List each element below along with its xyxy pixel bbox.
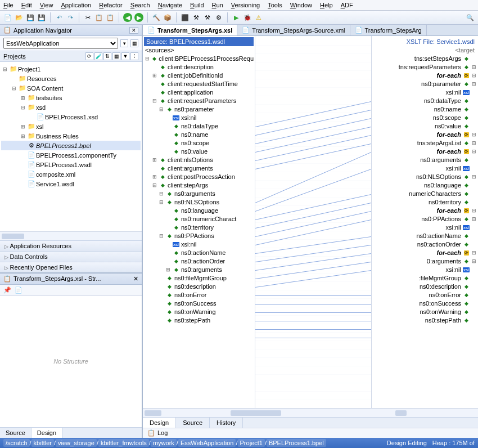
expander-icon[interactable]: ⊞ xyxy=(19,124,27,129)
target-node[interactable]: xsi:nilxsi xyxy=(373,265,477,274)
tree-node[interactable]: ⊟📁xsd xyxy=(1,102,141,112)
target-node[interactable]: xsi:nilxsi xyxy=(373,223,477,231)
navigator-close-icon[interactable]: ✕ xyxy=(129,27,138,34)
source-node[interactable]: ◆client:application xyxy=(144,88,254,96)
tree-node[interactable]: 📄BPELProcess1.xsd xyxy=(1,112,141,122)
tree-node[interactable]: ⊟📁Project1 xyxy=(1,64,141,74)
menu-run[interactable]: Run xyxy=(212,2,223,8)
target-node[interactable]: ns0:arguments◆ xyxy=(373,155,477,164)
source-node[interactable]: ◆ns0:stepPath xyxy=(144,316,254,324)
expander-icon[interactable]: ⊟ xyxy=(10,86,18,91)
sort-icon[interactable]: ⇅ xyxy=(103,52,111,60)
menu-icon[interactable]: ⋮ xyxy=(130,52,138,60)
target-node[interactable]: numericCharacters◆ xyxy=(373,189,477,198)
expander-icon[interactable]: ⊟ xyxy=(471,64,477,70)
expander-icon[interactable]: ⊟ xyxy=(159,191,164,196)
source-node[interactable]: ◆client:description xyxy=(144,62,254,71)
editor-hscroll[interactable] xyxy=(143,408,478,417)
expander-icon[interactable]: ⊟ xyxy=(19,105,27,110)
target-node[interactable]: tns:requestParameters◆⊟ xyxy=(373,62,477,71)
target-node[interactable]: xsi:nilxsi xyxy=(373,88,477,96)
source-node[interactable]: ⊞◆client:nlsOptions xyxy=(144,155,254,164)
source-node[interactable]: ⊞◆client:jobDefinitionId xyxy=(144,71,254,79)
editor-tab[interactable]: 📄Transform_StepsArgs.xsl xyxy=(143,25,237,35)
source-node[interactable]: ⊞◆ns0:arguments xyxy=(144,265,254,274)
expander-icon[interactable]: ⊟ xyxy=(471,174,477,180)
xslt-target-column[interactable]: XSLT File: Service1.wsdl <target tns:set… xyxy=(371,36,478,408)
tree-node[interactable]: ⊞📁xsl xyxy=(1,122,141,131)
target-node[interactable]: tns:stepArgsList◆⊟ xyxy=(373,138,477,147)
expander-icon[interactable]: ⊞ xyxy=(152,174,157,180)
tree-hscroll[interactable] xyxy=(0,231,142,240)
source-node[interactable]: ⊟◆ns0:parameter xyxy=(144,105,254,113)
target-node[interactable]: for-each⟳⊟ xyxy=(373,71,477,79)
expander-icon[interactable]: ⊞ xyxy=(19,133,27,139)
application-select[interactable]: EssWebApplication xyxy=(3,38,118,49)
stop-icon[interactable]: ⬛ xyxy=(181,13,190,22)
expander-icon[interactable]: ⊟ xyxy=(159,106,164,112)
expander-icon[interactable]: ⊟ xyxy=(471,208,477,213)
target-node[interactable]: ns0:onSuccess◆ xyxy=(373,299,477,307)
undo-icon[interactable]: ↶ xyxy=(55,13,64,22)
target-node[interactable]: for-each⟳⊟ xyxy=(373,130,477,138)
accordion-data-controls[interactable]: Data Controls xyxy=(0,251,142,262)
menu-application[interactable]: Application xyxy=(61,2,91,8)
source-node[interactable]: ◆ns0:actionName xyxy=(144,248,254,257)
funnel-icon[interactable]: ▼ xyxy=(121,52,129,60)
copy-icon[interactable]: 📋 xyxy=(94,13,103,22)
tree-node[interactable]: 📄Service1.wsdl xyxy=(1,179,141,189)
target-node[interactable]: for-each⟳⊟ xyxy=(373,147,477,155)
menu-tools[interactable]: Tools xyxy=(268,2,282,8)
tree-node[interactable]: 📁Resources xyxy=(1,74,141,83)
source-node[interactable]: ◆ns0:description xyxy=(144,282,254,290)
target-node[interactable]: ns0:parameter◆⊟ xyxy=(373,79,477,88)
target-node[interactable]: ns0:stepPath◆ xyxy=(373,316,477,324)
source-node[interactable]: ◆ns0:actionOrder xyxy=(144,257,254,265)
tree-node[interactable]: ⚙BPELProcess1.bpel xyxy=(1,141,141,150)
expander-icon[interactable]: ⊟ xyxy=(471,140,477,146)
menu-help[interactable]: Help xyxy=(320,2,333,8)
source-node[interactable]: xsixsi:nil xyxy=(144,240,254,248)
source-node[interactable]: ◆client:arguments xyxy=(144,164,254,172)
paste-icon[interactable]: 📋 xyxy=(106,13,115,22)
save-icon[interactable]: 💾 xyxy=(26,13,35,22)
source-node[interactable]: ⊟◆ns0:NLSOptions xyxy=(144,198,254,206)
source-node[interactable]: ◆ns0:fileMgmtGroup xyxy=(144,274,254,282)
target-node[interactable]: ns0:name◆ xyxy=(373,105,477,113)
page-icon[interactable]: 📄 xyxy=(15,286,22,294)
editor-tab[interactable]: 📄Transform_StepsArgs-Source.xml xyxy=(237,25,350,35)
source-node[interactable]: ◆ns0:language xyxy=(144,206,254,214)
source-node[interactable]: ◆ns0:dataType xyxy=(144,122,254,130)
source-node[interactable]: ⊟◆ns0:PPActions xyxy=(144,231,254,240)
expander-icon[interactable]: ⊟ xyxy=(152,182,157,188)
expander-icon[interactable]: ⊟ xyxy=(145,56,150,61)
expander-icon[interactable]: ⊞ xyxy=(19,95,27,101)
expander-icon[interactable]: ⊟ xyxy=(159,199,164,205)
make-icon[interactable]: ⚒ xyxy=(192,13,201,22)
rebuild-icon[interactable]: ⚒ xyxy=(203,13,212,22)
expander-icon[interactable]: ⊞ xyxy=(152,73,157,78)
target-node[interactable]: ns0:onError◆ xyxy=(373,290,477,299)
target-node[interactable]: for-each⟳⊟ xyxy=(373,248,477,257)
editor-subtab-history[interactable]: History xyxy=(210,418,243,428)
expander-icon[interactable]: ⊞ xyxy=(165,267,171,272)
debug-icon[interactable]: 🐞 xyxy=(243,13,252,22)
target-node[interactable]: for-each⟳⊟ xyxy=(373,206,477,214)
target-node[interactable]: ns0:description◆ xyxy=(373,282,477,290)
workspace-icon[interactable]: ▦ xyxy=(112,52,120,60)
menu-build[interactable]: Build xyxy=(190,2,204,8)
menu-window[interactable]: Window xyxy=(290,2,312,8)
structure-tab-source[interactable]: Source xyxy=(0,428,31,438)
run-icon[interactable]: ▶ xyxy=(232,13,241,22)
source-node[interactable]: ◆ns0:name xyxy=(144,130,254,138)
refresh-icon[interactable]: ⟳ xyxy=(85,52,93,60)
tree-node[interactable]: ⊞📁testsuites xyxy=(1,93,141,102)
target-node[interactable]: tns:setStepsArgs◆ xyxy=(373,54,477,62)
xslt-source-column[interactable]: Source: BPELProcess1.wsdl <sources> ⊟◆cl… xyxy=(143,36,255,408)
source-node[interactable]: xsixsi:nil xyxy=(144,113,254,122)
expander-icon[interactable]: ⊟ xyxy=(159,233,164,239)
source-node[interactable]: ◆ns0:value xyxy=(144,147,254,155)
menu-refactor[interactable]: Refactor xyxy=(99,2,123,8)
source-node[interactable]: ◆ns0:onError xyxy=(144,290,254,299)
target-node[interactable]: ns0:actionName◆ xyxy=(373,231,477,240)
